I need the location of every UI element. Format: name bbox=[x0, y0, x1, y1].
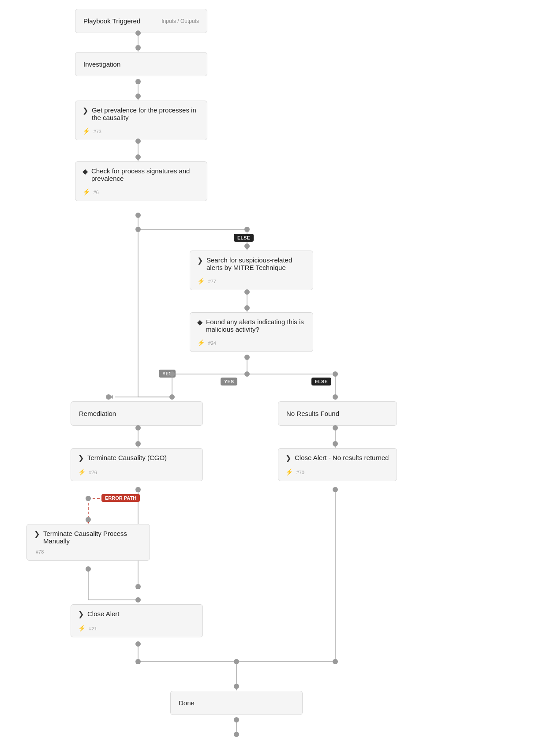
found-alerts-title: Found any alerts indicating this is mali… bbox=[206, 318, 306, 333]
found-alerts-id: #24 bbox=[208, 341, 216, 346]
close-alert-icon: ❯ bbox=[78, 610, 84, 618]
search-title: Search for suspicious-related alerts by … bbox=[206, 256, 306, 271]
dot-32 bbox=[135, 659, 141, 664]
flowchart-canvas: Playbook Triggered Inputs / Outputs Inve… bbox=[0, 0, 547, 756]
get-prevalence-icon: ❯ bbox=[82, 106, 88, 115]
remediation-title: Remediation bbox=[79, 410, 116, 417]
get-prevalence-id: #73 bbox=[94, 129, 101, 134]
dot-26 bbox=[86, 496, 91, 501]
get-prevalence-title: Get prevalence for the processes in the … bbox=[92, 106, 200, 121]
dot-27 bbox=[86, 517, 91, 522]
dot-11 bbox=[244, 289, 250, 295]
check-sig-title: Check for process signatures and prevale… bbox=[91, 167, 200, 182]
dot-9 bbox=[244, 227, 250, 232]
close-no-results-node[interactable]: ❯ Close Alert - No results returned ⚡ #7… bbox=[278, 448, 397, 481]
dot-4 bbox=[135, 94, 141, 99]
terminate-cgo-icon: ❯ bbox=[78, 454, 84, 462]
check-sig-id: #6 bbox=[94, 190, 99, 195]
dot-1 bbox=[135, 30, 141, 36]
dot-23 bbox=[333, 441, 338, 446]
close-nr-id: #70 bbox=[296, 470, 304, 475]
search-id: #77 bbox=[208, 279, 216, 284]
dot-21 bbox=[135, 441, 141, 446]
remediation-node[interactable]: Remediation bbox=[71, 401, 203, 426]
terminate-manually-node[interactable]: ❯ Terminate Causality Process Manually #… bbox=[26, 524, 150, 561]
dot-24 bbox=[135, 487, 141, 492]
found-alerts-icon: ◆ bbox=[197, 318, 202, 326]
done-title: Done bbox=[179, 699, 195, 707]
error-path-badge: ERROR PATH bbox=[101, 494, 140, 502]
no-results-node[interactable]: No Results Found bbox=[278, 401, 397, 426]
done-node[interactable]: Done bbox=[170, 691, 303, 715]
lightning-1: ⚡ bbox=[82, 127, 90, 135]
dot-36 bbox=[234, 717, 239, 722]
dot-8 bbox=[135, 227, 141, 232]
close-alert-id: #21 bbox=[89, 626, 97, 631]
dot-19 bbox=[106, 394, 111, 400]
terminate-cgo-title: Terminate Causality (CGO) bbox=[87, 454, 167, 461]
dot-14 bbox=[244, 371, 250, 377]
lightning-7: ⚡ bbox=[78, 625, 86, 632]
close-alert-node[interactable]: ❯ Close Alert ⚡ #21 bbox=[71, 604, 203, 637]
dot-16 bbox=[333, 371, 338, 377]
close-alert-title: Close Alert bbox=[87, 610, 120, 618]
lightning-5: ⚡ bbox=[78, 468, 86, 475]
dot-15 bbox=[169, 371, 175, 377]
dot-28 bbox=[86, 566, 91, 572]
dot-7 bbox=[135, 213, 141, 218]
dot-3 bbox=[135, 79, 141, 84]
no-results-title: No Results Found bbox=[286, 410, 339, 417]
terminate-cgo-id: #76 bbox=[89, 470, 97, 475]
check-sig-icon: ◆ bbox=[82, 167, 88, 176]
get-prevalence-node[interactable]: ❯ Get prevalence for the processes in th… bbox=[75, 101, 207, 140]
dot-12 bbox=[244, 305, 250, 311]
dot-30 bbox=[135, 597, 141, 603]
playbook-triggered-title: Playbook Triggered bbox=[83, 17, 140, 25]
dot-6 bbox=[135, 154, 141, 160]
close-nr-icon: ❯ bbox=[285, 454, 291, 462]
dot-34 bbox=[234, 659, 239, 664]
dot-29 bbox=[135, 584, 141, 589]
else-badge-2: ELSE bbox=[311, 378, 331, 385]
lightning-2: ⚡ bbox=[82, 188, 90, 195]
playbook-triggered-node[interactable]: Playbook Triggered Inputs / Outputs bbox=[75, 9, 207, 33]
lightning-6: ⚡ bbox=[285, 468, 293, 475]
dot-33 bbox=[333, 659, 338, 664]
lightning-4: ⚡ bbox=[197, 339, 205, 346]
investigation-title: Investigation bbox=[83, 60, 120, 68]
check-signatures-node[interactable]: ◆ Check for process signatures and preva… bbox=[75, 161, 207, 201]
dot-2 bbox=[135, 45, 141, 50]
svg-point-39 bbox=[234, 732, 239, 737]
terminate-manual-id: #78 bbox=[36, 549, 44, 554]
terminate-manual-title: Terminate Causality Process Manually bbox=[43, 530, 142, 545]
investigation-node[interactable]: Investigation bbox=[75, 52, 207, 76]
search-icon: ❯ bbox=[197, 256, 203, 265]
dot-10 bbox=[244, 243, 250, 249]
else-badge-1: ELSE bbox=[234, 234, 254, 242]
dot-13 bbox=[244, 355, 250, 360]
yes-badge-2: YES bbox=[221, 378, 237, 385]
terminate-manual-icon: ❯ bbox=[34, 530, 40, 538]
found-alerts-node[interactable]: ◆ Found any alerts indicating this is ma… bbox=[190, 312, 313, 352]
dot-17 bbox=[169, 394, 175, 400]
close-nr-title: Close Alert - No results returned bbox=[295, 454, 389, 461]
dot-22 bbox=[333, 425, 338, 430]
inputs-outputs-link[interactable]: Inputs / Outputs bbox=[161, 18, 199, 24]
dot-35 bbox=[234, 684, 239, 689]
search-suspicious-node[interactable]: ❯ Search for suspicious-related alerts b… bbox=[190, 251, 313, 290]
lightning-3: ⚡ bbox=[197, 277, 205, 284]
dot-18 bbox=[333, 394, 338, 400]
dot-25 bbox=[333, 487, 338, 492]
dot-5 bbox=[135, 138, 141, 144]
dot-20 bbox=[135, 425, 141, 430]
terminate-cgo-node[interactable]: ❯ Terminate Causality (CGO) ⚡ #76 bbox=[71, 448, 203, 481]
dot-31 bbox=[135, 641, 141, 647]
